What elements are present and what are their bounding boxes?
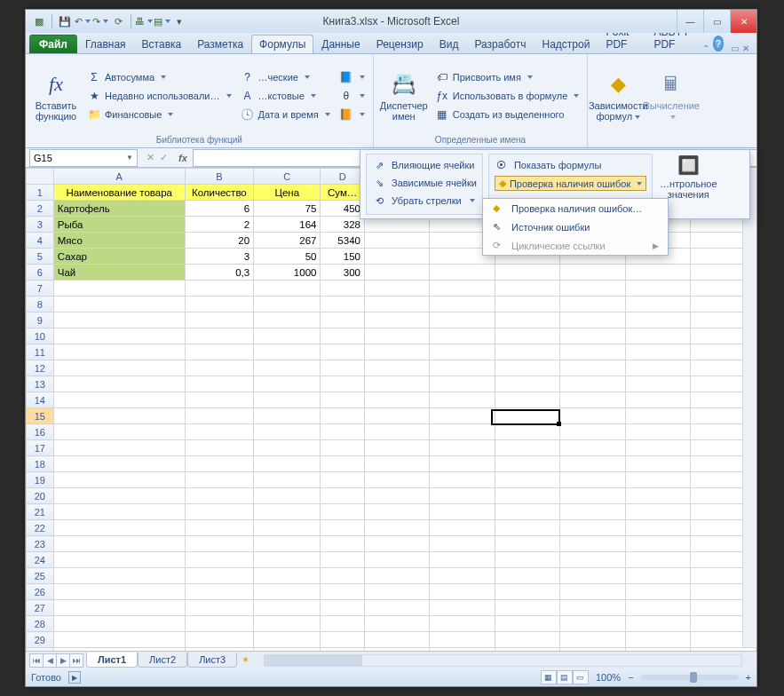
- cell-price[interactable]: 1000: [254, 265, 321, 281]
- row-header-6[interactable]: 6: [27, 265, 54, 281]
- menu-error-check[interactable]: ◆Проверка наличия ошибок…: [483, 199, 668, 218]
- tab-file[interactable]: Файл: [29, 35, 77, 53]
- row-header-15[interactable]: 15: [27, 408, 54, 424]
- maximize-button[interactable]: ▭: [703, 10, 730, 33]
- lookup-button[interactable]: 📘: [337, 69, 368, 85]
- tab-данные[interactable]: Данные: [313, 35, 368, 53]
- table-header-cell[interactable]: Количество: [185, 185, 254, 201]
- row-header-4[interactable]: 4: [27, 233, 54, 249]
- tab-вид[interactable]: Вид: [432, 35, 467, 53]
- row-header-25[interactable]: 25: [27, 568, 54, 584]
- cell-sum[interactable]: 150: [321, 249, 365, 265]
- zoom-slider[interactable]: [641, 675, 739, 680]
- row-header-10[interactable]: 10: [27, 328, 54, 344]
- row-header-26[interactable]: 26: [27, 584, 54, 600]
- cell-name[interactable]: Мясо: [53, 233, 185, 249]
- row-header-2[interactable]: 2: [27, 201, 54, 217]
- qat-print-icon[interactable]: 🖶: [136, 13, 152, 29]
- sheet-tab-3[interactable]: Лист3: [187, 652, 237, 668]
- row-header-23[interactable]: 23: [27, 536, 54, 552]
- datetime-button[interactable]: 🕓Дата и время: [238, 107, 333, 123]
- zoom-in-button[interactable]: +: [746, 672, 751, 683]
- recent-button[interactable]: ★Недавно использовали…: [84, 88, 234, 104]
- math-button[interactable]: θ: [337, 88, 368, 104]
- namebox-dropdown-icon[interactable]: ▼: [126, 154, 133, 162]
- cell-qty[interactable]: 2: [185, 217, 254, 233]
- tab-вставка[interactable]: Вставка: [134, 35, 190, 53]
- sheet-tab-2[interactable]: Лист2: [138, 652, 187, 668]
- autosum-button[interactable]: ΣАвтосумма: [84, 69, 234, 85]
- minimize-button[interactable]: —: [677, 10, 703, 33]
- cell-price[interactable]: 75: [254, 201, 321, 217]
- row-header-29[interactable]: 29: [27, 632, 54, 648]
- trace-precedents-button[interactable]: ⇗Влияющие ячейки: [372, 158, 477, 172]
- cell-qty[interactable]: 0,3: [185, 265, 254, 281]
- row-header-28[interactable]: 28: [27, 616, 54, 632]
- cell-name[interactable]: Сахар: [53, 249, 185, 265]
- text-button[interactable]: A…кстовые: [238, 88, 333, 104]
- help-icon[interactable]: ?: [713, 36, 724, 51]
- table-header-cell[interactable]: Сум…: [321, 185, 365, 201]
- tab-надстрой[interactable]: Надстрой: [534, 35, 598, 53]
- row-header-13[interactable]: 13: [27, 376, 54, 392]
- table-header-cell[interactable]: Наименование товара: [53, 185, 185, 201]
- row-header-1[interactable]: 1: [27, 185, 54, 201]
- vertical-scrollbar[interactable]: [742, 168, 756, 647]
- tab-формулы[interactable]: Формулы: [251, 35, 313, 53]
- row-header-14[interactable]: 14: [27, 392, 54, 408]
- create-from-selection-button[interactable]: ▦Создать из выделенного: [432, 107, 582, 123]
- row-header-17[interactable]: 17: [27, 440, 54, 456]
- col-header-B[interactable]: B: [185, 169, 254, 185]
- row-header-11[interactable]: 11: [27, 344, 54, 360]
- show-formulas-button[interactable]: ⦿Показать формулы: [495, 158, 646, 172]
- cell-sum[interactable]: 300: [321, 265, 365, 281]
- cell-price[interactable]: 267: [254, 233, 321, 249]
- name-manager-button[interactable]: 📇 Диспетчер имен: [379, 58, 429, 134]
- error-checking-button[interactable]: ◆Проверка наличия ошибок: [495, 176, 646, 191]
- table-header-cell[interactable]: Цена: [254, 185, 321, 201]
- qat-save-icon[interactable]: 💾: [57, 13, 73, 29]
- menu-error-source[interactable]: ⇖Источник ошибки: [483, 218, 668, 236]
- remove-arrows-button[interactable]: ⟲Убрать стрелки: [372, 194, 477, 208]
- trace-dependents-button[interactable]: ⇘Зависимые ячейки: [372, 176, 477, 190]
- sheet-tab-1[interactable]: Лист1: [86, 652, 138, 668]
- zoom-level[interactable]: 100%: [596, 672, 621, 683]
- logical-button[interactable]: ?…ческие: [238, 69, 333, 85]
- cell-sum[interactable]: 328: [321, 217, 365, 233]
- row-header-27[interactable]: 27: [27, 600, 54, 616]
- cell-name[interactable]: Чай: [53, 265, 185, 281]
- close-button[interactable]: ✕: [730, 10, 756, 33]
- cell-qty[interactable]: 3: [185, 249, 254, 265]
- cell-name[interactable]: Рыба: [53, 217, 185, 233]
- row-header-8[interactable]: 8: [27, 297, 54, 312]
- row-header-9[interactable]: 9: [27, 312, 54, 328]
- zoom-out-button[interactable]: −: [628, 672, 633, 683]
- formula-auditing-button[interactable]: ◆ Зависимости формул: [593, 58, 643, 134]
- more-button[interactable]: 📙: [337, 107, 368, 123]
- cell-sum[interactable]: 450: [321, 201, 365, 217]
- define-name-button[interactable]: 🏷Присвоить имя: [432, 69, 582, 85]
- qat-new-icon[interactable]: ▤: [154, 13, 170, 29]
- cell-name[interactable]: Картофель: [53, 201, 185, 217]
- mdi-restore[interactable]: ▭: [731, 44, 739, 53]
- row-header-21[interactable]: 21: [27, 504, 54, 520]
- insert-function-button[interactable]: fx Вставить функцию: [31, 58, 81, 134]
- row-header-7[interactable]: 7: [27, 281, 54, 297]
- horizontal-scrollbar[interactable]: [264, 654, 742, 667]
- qat-undo-icon[interactable]: ↶: [75, 13, 91, 29]
- mdi-close[interactable]: ✕: [742, 44, 749, 53]
- tab-главная[interactable]: Главная: [77, 35, 134, 53]
- tab-разработч[interactable]: Разработч: [466, 35, 534, 53]
- row-header-18[interactable]: 18: [27, 456, 54, 472]
- view-buttons[interactable]: ▦▤▭: [541, 670, 589, 684]
- col-header-A[interactable]: A: [53, 169, 185, 185]
- col-header-C[interactable]: C: [254, 169, 321, 185]
- cell-qty[interactable]: 6: [185, 201, 254, 217]
- qat-dropdown-icon[interactable]: ▾: [171, 13, 187, 29]
- row-header-24[interactable]: 24: [27, 552, 54, 568]
- col-header-D[interactable]: D: [321, 169, 365, 185]
- new-sheet-icon[interactable]: ✶: [237, 654, 253, 666]
- row-header-3[interactable]: 3: [27, 217, 54, 233]
- cell-sum[interactable]: 5340: [321, 233, 365, 249]
- fx-label-icon[interactable]: fx: [173, 153, 193, 163]
